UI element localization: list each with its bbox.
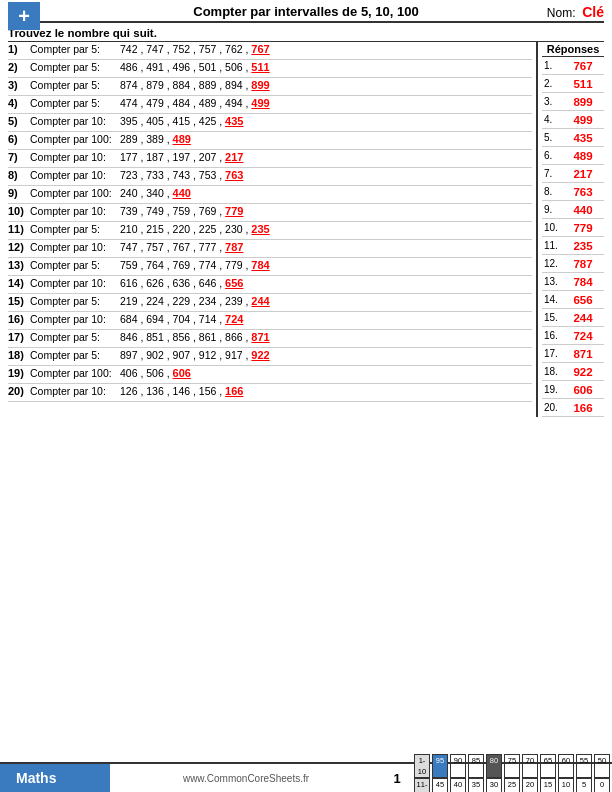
question-number: 13) <box>8 259 30 271</box>
answer-value: 606 <box>564 384 602 396</box>
score-cell: 40 <box>450 778 466 792</box>
question-answer: 767 <box>251 43 269 55</box>
question-row: 11) Compter par 5: 210 , 215 , 220 , 225… <box>8 222 532 240</box>
question-label: Compter par 10: <box>30 115 120 127</box>
question-answer: 606 <box>173 367 191 379</box>
question-number: 16) <box>8 313 30 325</box>
question-sequence: 739 , 749 , 759 , 769 , 779 <box>120 205 532 217</box>
question-answer: 656 <box>225 277 243 289</box>
question-number: 3) <box>8 79 30 91</box>
question-label: Compter par 10: <box>30 169 120 181</box>
answer-number: 3. <box>544 96 564 107</box>
question-number: 2) <box>8 61 30 73</box>
score-cell: 95 <box>432 754 448 778</box>
answer-number: 15. <box>544 312 564 323</box>
question-label: Compter par 5: <box>30 43 120 55</box>
question-label: Compter par 10: <box>30 241 120 253</box>
question-row: 9) Compter par 100: 240 , 340 , 440 <box>8 186 532 204</box>
answer-number: 7. <box>544 168 564 179</box>
answer-number: 8. <box>544 186 564 197</box>
question-number: 15) <box>8 295 30 307</box>
question-answer: 440 <box>173 187 191 199</box>
footer-maths-label: Maths <box>0 764 110 792</box>
logo-plus: + <box>18 6 30 26</box>
questions-column: 1) Compter par 5: 742 , 747 , 752 , 757 … <box>8 42 536 417</box>
answer-number: 19. <box>544 384 564 395</box>
question-answer: 244 <box>251 295 269 307</box>
question-answer: 784 <box>251 259 269 271</box>
question-row: 5) Compter par 10: 395 , 405 , 415 , 425… <box>8 114 532 132</box>
page: + Compter par intervalles de 5, 10, 100 … <box>0 0 612 792</box>
answers-column: Réponses 1. 767 2. 511 3. 899 4. 499 5. … <box>536 42 604 417</box>
score-cell: 15 <box>540 778 556 792</box>
answer-value: 217 <box>564 168 602 180</box>
question-sequence: 177 , 187 , 197 , 207 , 217 <box>120 151 532 163</box>
answer-number: 4. <box>544 114 564 125</box>
question-label: Compter par 5: <box>30 223 120 235</box>
logo: + <box>8 2 40 30</box>
question-label: Compter par 10: <box>30 151 120 163</box>
question-sequence: 759 , 764 , 769 , 774 , 779 , 784 <box>120 259 532 271</box>
question-answer: 724 <box>225 313 243 325</box>
answer-row: 19. 606 <box>542 381 604 399</box>
score-cell: 0 <box>594 778 610 792</box>
answer-row: 10. 779 <box>542 219 604 237</box>
score-cell: 30 <box>486 778 502 792</box>
score-cell: 65 <box>540 754 556 778</box>
answer-value: 499 <box>564 114 602 126</box>
answer-row: 6. 489 <box>542 147 604 165</box>
question-answer: 763 <box>225 169 243 181</box>
answer-value: 922 <box>564 366 602 378</box>
score-cell: 55 <box>576 754 592 778</box>
question-number: 1) <box>8 43 30 55</box>
question-number: 4) <box>8 97 30 109</box>
answer-row: 7. 217 <box>542 165 604 183</box>
question-sequence: 897 , 902 , 907 , 912 , 917 , 922 <box>120 349 532 361</box>
question-sequence: 742 , 747 , 752 , 757 , 762 , 767 <box>120 43 532 55</box>
answer-number: 17. <box>544 348 564 359</box>
answer-row: 14. 656 <box>542 291 604 309</box>
question-answer: 489 <box>173 133 191 145</box>
answer-value: 724 <box>564 330 602 342</box>
question-label: Compter par 5: <box>30 259 120 271</box>
header-nom: Nom: Clé <box>547 4 604 20</box>
answer-value: 899 <box>564 96 602 108</box>
question-answer: 217 <box>225 151 243 163</box>
score-cell: 10 <box>558 778 574 792</box>
question-row: 19) Compter par 100: 406 , 506 , 606 <box>8 366 532 384</box>
answers-header: Réponses <box>542 42 604 57</box>
question-sequence: 240 , 340 , 440 <box>120 187 532 199</box>
question-row: 3) Compter par 5: 874 , 879 , 884 , 889 … <box>8 78 532 96</box>
answer-row: 11. 235 <box>542 237 604 255</box>
answer-number: 2. <box>544 78 564 89</box>
answer-row: 16. 724 <box>542 327 604 345</box>
question-row: 20) Compter par 10: 126 , 136 , 146 , 15… <box>8 384 532 402</box>
question-label: Compter par 10: <box>30 205 120 217</box>
question-label: Compter par 100: <box>30 133 120 145</box>
answer-row: 4. 499 <box>542 111 604 129</box>
question-sequence: 406 , 506 , 606 <box>120 367 532 379</box>
answer-value: 871 <box>564 348 602 360</box>
footer-url: www.CommonCoreSheets.fr <box>110 764 382 792</box>
question-row: 15) Compter par 5: 219 , 224 , 229 , 234… <box>8 294 532 312</box>
question-row: 16) Compter par 10: 684 , 694 , 704 , 71… <box>8 312 532 330</box>
question-answer: 871 <box>251 331 269 343</box>
answer-value: 489 <box>564 150 602 162</box>
answer-number: 6. <box>544 150 564 161</box>
question-number: 6) <box>8 133 30 145</box>
question-label: Compter par 100: <box>30 187 120 199</box>
answer-number: 14. <box>544 294 564 305</box>
question-row: 4) Compter par 5: 474 , 479 , 484 , 489 … <box>8 96 532 114</box>
question-answer: 787 <box>225 241 243 253</box>
answer-number: 11. <box>544 240 564 251</box>
answer-value: 763 <box>564 186 602 198</box>
question-sequence: 289 , 389 , 489 <box>120 133 532 145</box>
question-row: 1) Compter par 5: 742 , 747 , 752 , 757 … <box>8 42 532 60</box>
question-answer: 235 <box>251 223 269 235</box>
question-answer: 166 <box>225 385 243 397</box>
answer-row: 5. 435 <box>542 129 604 147</box>
answer-row: 12. 787 <box>542 255 604 273</box>
answer-value: 166 <box>564 402 602 414</box>
question-row: 17) Compter par 5: 846 , 851 , 856 , 861… <box>8 330 532 348</box>
question-sequence: 747 , 757 , 767 , 777 , 787 <box>120 241 532 253</box>
